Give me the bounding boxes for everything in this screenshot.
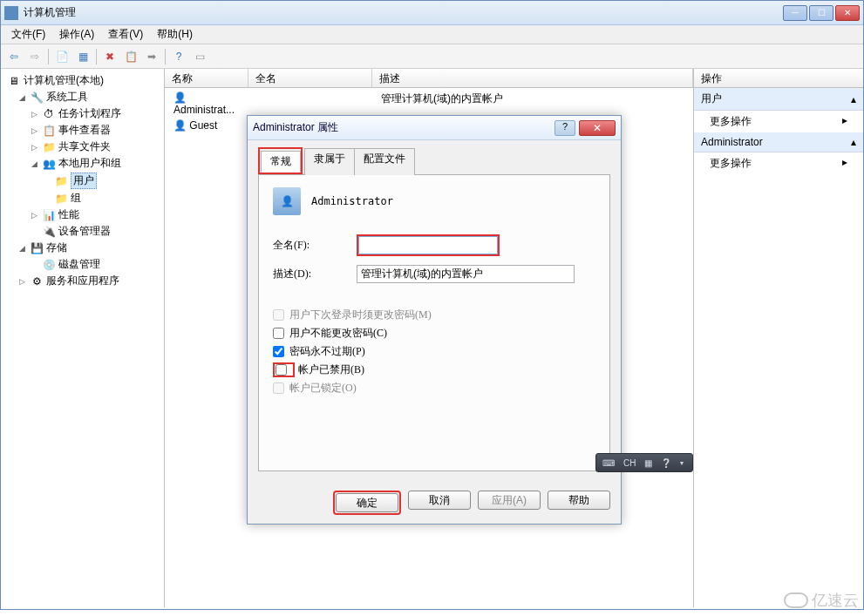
tree-users[interactable]: 📁用户 [4, 172, 160, 190]
watermark-icon [784, 592, 808, 608]
dialog-help-button[interactable]: ? [554, 120, 575, 136]
properties-dialog: Administrator 属性 ? ✕ 常规 隶属于 配置文件 👤 Admin… [247, 115, 622, 525]
actions-header: 操作 [694, 69, 863, 88]
fullname-label: 全名(F): [273, 238, 357, 253]
list-header: 名称 全名 描述 [165, 69, 693, 88]
ok-button[interactable]: 确定 [336, 493, 398, 512]
forward-button[interactable]: ⇨ [25, 47, 44, 66]
tree-local-users[interactable]: ◢👥本地用户和组 [4, 155, 160, 172]
toolbar: ⇦ ⇨ 📄 ▦ ✖ 📋 ➡ ? ▭ [1, 44, 863, 69]
user-icon: 👤 [173, 119, 187, 132]
user-avatar-icon: 👤 [273, 187, 301, 215]
properties-button[interactable]: ▦ [73, 47, 92, 66]
actions-more-2[interactable]: 更多操作▸ [694, 152, 863, 174]
close-button[interactable]: ✕ [835, 5, 860, 21]
actions-section-admin[interactable]: Administrator▴ [694, 132, 863, 152]
tree-storage[interactable]: ◢💾存储 [4, 240, 160, 256]
description-input[interactable] [357, 265, 575, 283]
ime-lang-icon[interactable]: ⌨ [600, 458, 617, 468]
delete-button[interactable]: ✖ [100, 47, 119, 66]
chevron-right-icon: ▸ [842, 156, 847, 171]
tab-general[interactable]: 常规 [261, 151, 301, 173]
refresh-button[interactable]: 📋 [121, 47, 140, 66]
menu-file[interactable]: 文件(F) [4, 25, 52, 44]
tree-disk-management[interactable]: 💿磁盘管理 [4, 256, 160, 273]
tree-shared-folders[interactable]: ▷📁共享文件夹 [4, 139, 160, 155]
actions-panel: 操作 用户▴ 更多操作▸ Administrator▴ 更多操作▸ [694, 69, 863, 607]
tab-profile[interactable]: 配置文件 [354, 148, 415, 175]
tab-content: 👤 Administrator 全名(F): 描述(D): 用户下次登录时须更改… [258, 175, 610, 471]
dialog-buttons: 确定 取消 应用(A) 帮助 [248, 482, 621, 524]
window-title: 计算机管理 [24, 5, 783, 20]
minimize-button[interactable]: ─ [783, 5, 807, 21]
help-button[interactable]: ? [169, 47, 188, 66]
collapse-icon: ▴ [851, 93, 856, 105]
check-locked: 帐户已锁定(O) [273, 381, 595, 396]
tree-event-viewer[interactable]: ▷📋事件查看器 [4, 122, 160, 139]
user-name-label: Administrator [311, 195, 393, 207]
tree-panel: 🖥计算机管理(本地) ◢🔧系统工具 ▷⏱任务计划程序 ▷📋事件查看器 ▷📁共享文… [1, 69, 165, 607]
tree-root[interactable]: 🖥计算机管理(本地) [4, 72, 160, 89]
tab-member-of[interactable]: 隶属于 [304, 148, 355, 175]
tree-device-manager[interactable]: 🔌设备管理器 [4, 223, 160, 240]
ime-chevron-icon[interactable]: ▾ [677, 459, 686, 467]
tree-performance[interactable]: ▷📊性能 [4, 206, 160, 223]
ime-help-icon[interactable]: ❔ [658, 458, 674, 468]
cancel-button[interactable]: 取消 [408, 491, 471, 510]
fullname-input[interactable] [358, 236, 498, 254]
ime-lang-label[interactable]: CH [621, 458, 638, 468]
ime-grid-icon[interactable]: ▦ [642, 458, 655, 468]
collapse-icon: ▴ [851, 136, 856, 148]
apply-button[interactable]: 应用(A) [478, 491, 541, 510]
menu-view[interactable]: 查看(V) [101, 25, 150, 44]
dialog-title: Administrator 属性 [253, 120, 554, 135]
user-icon: 👤 [173, 91, 187, 104]
help-button[interactable]: 帮助 [548, 491, 610, 510]
back-button[interactable]: ⇦ [4, 47, 24, 66]
col-description[interactable]: 描述 [372, 69, 693, 87]
check-must-change: 用户下次登录时须更改密码(M) [273, 308, 595, 322]
watermark: 亿速云 [784, 590, 859, 611]
actions-section-users[interactable]: 用户▴ [694, 88, 863, 111]
check-never-expires[interactable]: 密码永不过期(P) [273, 344, 595, 359]
tree-system-tools[interactable]: ◢🔧系统工具 [4, 89, 160, 105]
dialog-titlebar[interactable]: Administrator 属性 ? ✕ [248, 116, 621, 140]
menu-action[interactable]: 操作(A) [52, 25, 101, 44]
description-label: 描述(D): [273, 267, 357, 281]
check-disabled[interactable]: 帐户已禁用(B) [273, 362, 595, 377]
col-fullname[interactable]: 全名 [248, 69, 372, 87]
app-icon [4, 6, 18, 20]
menubar: 文件(F) 操作(A) 查看(V) 帮助(H) [1, 25, 863, 44]
tree-task-scheduler[interactable]: ▷⏱任务计划程序 [4, 105, 160, 122]
check-cannot-change[interactable]: 用户不能更改密码(C) [273, 326, 595, 341]
export-button[interactable]: ➡ [142, 47, 161, 66]
titlebar: 计算机管理 ─ ☐ ✕ [1, 1, 863, 25]
tree-groups[interactable]: 📁组 [4, 190, 160, 206]
ime-bar[interactable]: ⌨ CH ▦ ❔ ▾ [595, 453, 693, 472]
col-name[interactable]: 名称 [165, 69, 248, 87]
up-button[interactable]: 📄 [52, 47, 71, 66]
dialog-tabs: 常规 隶属于 配置文件 [258, 147, 610, 175]
tree-services-apps[interactable]: ▷⚙服务和应用程序 [4, 273, 160, 289]
dialog-close-button[interactable]: ✕ [579, 120, 616, 136]
list-row[interactable]: 👤 Administrat... 管理计算机(域)的内置帐户 [167, 90, 691, 118]
chevron-right-icon: ▸ [842, 114, 847, 129]
menu-help[interactable]: 帮助(H) [150, 25, 200, 44]
view-button[interactable]: ▭ [190, 47, 209, 66]
maximize-button[interactable]: ☐ [809, 5, 833, 21]
actions-more-1[interactable]: 更多操作▸ [694, 111, 863, 132]
